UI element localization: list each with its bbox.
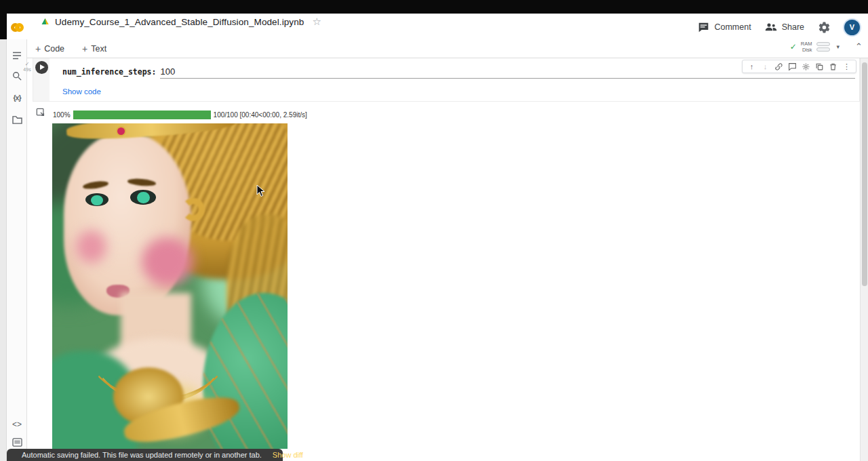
comment-button[interactable]: Comment [698,22,751,33]
scrollbar-track[interactable] [860,58,868,461]
resources-button[interactable]: ✓ RAM Disk ▾ [790,41,840,53]
cell-settings-gear-icon[interactable] [801,62,811,72]
add-text-button[interactable]: + Text [78,41,111,56]
ram-label: RAM [801,41,812,47]
terminal-icon[interactable] [10,435,24,449]
disk-usage-bar [816,47,830,52]
left-sidebar: {x} <> [7,39,27,461]
add-comment-icon[interactable] [787,62,797,72]
plus-icon: + [82,43,87,54]
delete-cell-icon[interactable] [828,62,838,72]
mouse-cursor [256,184,265,197]
image-art-layer [182,198,205,221]
image-art-layer [137,192,150,203]
code-cell: num_inference_steps: 100 Show code ↑ ↓ [33,58,860,102]
table-of-contents-icon[interactable] [10,49,24,62]
share-people-icon [765,22,777,32]
add-code-button[interactable]: + Code [31,41,68,56]
app-header: Udemy_Course_1_Advanced_Stable_Diffusion… [7,14,868,39]
notebook-title[interactable]: Udemy_Course_1_Advanced_Stable_Diffusion… [55,17,304,27]
execution-time: 49s [20,67,34,73]
add-text-label: Text [91,44,106,54]
progress-percent: 100% [53,111,71,119]
execution-check-icon: ✓ [20,61,34,67]
chevron-down-icon: ▾ [836,43,840,50]
drive-file-icon [41,18,50,26]
code-snippets-icon[interactable]: <> [10,418,24,431]
image-art-layer [142,237,193,286]
toast-message: Automatic saving failed. This file was u… [22,451,262,459]
progress-bar [73,111,211,119]
screen-left-black-strip [0,14,7,39]
image-art-layer [76,230,106,263]
notebook-toolbar: + Code + Text ✓ RAM Disk ▾ ⌃ [27,39,868,58]
cell-toolbar: ↑ ↓ [742,60,856,73]
tqdm-progress: 100% 100/100 [00:40<00:00, 2.59it/s] [53,111,307,119]
scrollbar-thumb[interactable] [862,62,867,286]
colab-logo-icon[interactable] [11,18,37,36]
show-code-link[interactable]: Show code [62,87,101,96]
screen-left-gray-strip [0,39,7,461]
notebook-area: ✓ 49s num_inference_steps: 100 Show code… [27,58,860,461]
user-avatar[interactable]: V [844,20,860,35]
disk-label: Disk [802,47,812,53]
comment-icon [698,22,709,33]
connected-check-icon: ✓ [790,42,797,52]
files-folder-icon[interactable] [10,113,24,126]
copy-link-icon[interactable] [774,62,784,72]
generated-image-output [52,123,288,449]
ram-usage-bar [816,42,830,46]
mirror-cell-icon[interactable] [814,62,825,72]
collapse-sections-button[interactable]: ⌃ [855,41,863,52]
cell-gutter [33,58,50,101]
image-art-layer [91,195,102,205]
progress-stats: 100/100 [00:40<00:00, 2.59it/s] [214,111,307,119]
variables-icon[interactable]: {x} [10,91,24,104]
comment-label: Comment [714,22,751,32]
show-diff-link[interactable]: Show diff [273,451,303,459]
save-failed-toast: Automatic saving failed. This file was u… [7,449,283,461]
colab-logo-right-ring [15,23,24,32]
add-code-label: Code [44,44,64,54]
move-cell-up-icon[interactable]: ↑ [747,62,757,72]
star-icon[interactable]: ☆ [312,16,321,28]
run-cell-button[interactable] [35,61,48,74]
form-field-label: num_inference_steps: [62,67,156,77]
plus-icon: + [35,43,41,54]
colab-window: Udemy_Course_1_Advanced_Stable_Diffusion… [0,0,868,461]
settings-gear-icon[interactable] [818,21,831,34]
share-button[interactable]: Share [765,22,804,32]
cell-execution-indicator: ✓ 49s [20,61,34,73]
screen-top-black-bar [0,0,868,14]
more-actions-icon[interactable]: ⋮ [842,62,852,72]
move-cell-down-icon[interactable]: ↓ [760,62,770,72]
cell-output-icon[interactable] [36,108,45,117]
share-label: Share [782,22,804,32]
